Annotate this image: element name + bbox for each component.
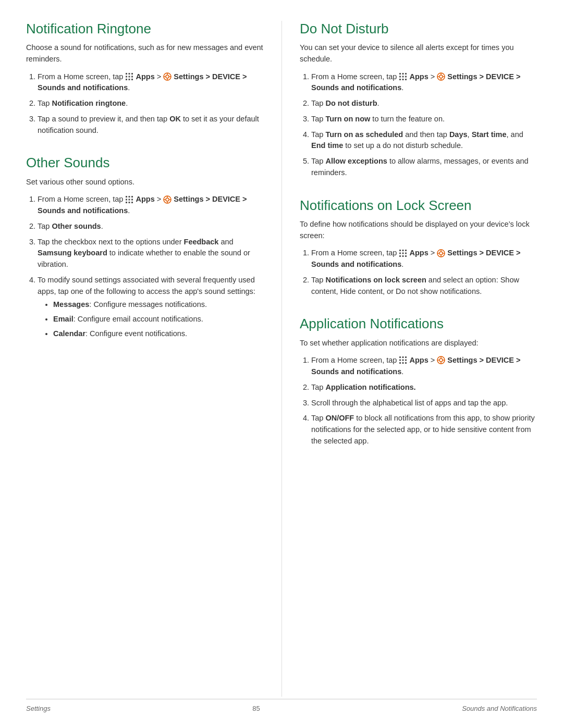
- svg-rect-18: [126, 199, 127, 200]
- settings-icon: [437, 72, 445, 81]
- svg-rect-47: [405, 250, 407, 251]
- notification-ringtone-intro: Choose a sound for notifications, such a…: [26, 42, 263, 65]
- apps-label: Apps: [136, 195, 154, 203]
- svg-point-70: [439, 359, 443, 362]
- do-not-disturb-intro: You can set your device to silence all a…: [300, 42, 537, 65]
- svg-rect-19: [129, 199, 130, 200]
- svg-rect-8: [131, 79, 133, 80]
- other-sounds-intro: Set various other sound options.: [26, 177, 263, 188]
- other-sounds-steps: From a Home screen, tap: [26, 194, 263, 339]
- application-notifications-intro: To set whether application notifications…: [300, 338, 537, 349]
- svg-rect-30: [399, 73, 401, 75]
- svg-rect-21: [126, 202, 127, 203]
- apps-label: Apps: [409, 356, 428, 364]
- step-bold: ON/OFF: [325, 414, 354, 422]
- svg-rect-62: [405, 356, 407, 358]
- svg-rect-63: [399, 360, 401, 361]
- step-bold: Turn on now: [325, 115, 370, 123]
- apps-icon: [399, 356, 407, 364]
- svg-rect-37: [402, 79, 404, 80]
- lock-screen-steps: From a Home screen, tap: [300, 248, 537, 297]
- other-sounds-title: Other Sounds: [26, 155, 263, 171]
- footer-right: Sounds and Notifications: [462, 705, 537, 712]
- svg-rect-49: [402, 252, 404, 254]
- svg-point-25: [166, 198, 169, 201]
- step-bold: Notifications on lock screen: [325, 276, 426, 284]
- settings-icon: [437, 249, 445, 257]
- do-not-disturb-steps: From a Home screen, tap: [300, 71, 537, 179]
- svg-rect-17: [131, 196, 133, 198]
- step-bold: Feedback: [184, 238, 219, 246]
- step-item: From a Home screen, tap: [311, 355, 537, 378]
- step-bold: Turn on as scheduled: [325, 130, 403, 139]
- step-item: Tap Notifications on lock screen and sel…: [311, 275, 537, 298]
- right-column: Do Not Disturb You can set your device t…: [295, 21, 537, 697]
- settings-icon: [163, 195, 172, 204]
- svg-rect-7: [129, 79, 130, 80]
- footer-page-number: 85: [252, 705, 260, 712]
- step-item: Tap Do not disturb.: [311, 98, 537, 109]
- svg-rect-1: [129, 73, 130, 75]
- step-bold: Days: [449, 130, 468, 139]
- apps-label: Apps: [409, 249, 428, 257]
- bullet-item: Email: Configure email account notificat…: [53, 314, 263, 325]
- svg-rect-22: [129, 202, 130, 203]
- other-sounds-section: Other Sounds Set various other sound opt…: [26, 155, 263, 339]
- svg-rect-5: [131, 76, 133, 77]
- footer-left: Settings: [26, 705, 51, 712]
- svg-rect-45: [399, 250, 401, 251]
- apps-icon: [125, 195, 133, 204]
- apps-label: Apps: [136, 72, 154, 81]
- step-item: Tap Notification ringtone.: [38, 98, 263, 109]
- svg-rect-64: [402, 360, 404, 361]
- application-notifications-title: Application Notifications: [300, 316, 537, 332]
- svg-point-40: [439, 75, 443, 78]
- svg-rect-33: [399, 76, 401, 77]
- apps-label: Apps: [409, 72, 428, 81]
- svg-rect-51: [399, 255, 401, 257]
- step-bold: Do not disturb: [325, 99, 377, 107]
- svg-rect-36: [399, 79, 401, 80]
- bullet-bold: Calendar: [53, 329, 85, 338]
- svg-rect-46: [402, 250, 404, 251]
- bullet-bold: Email: [53, 315, 74, 323]
- notification-ringtone-title: Notification Ringtone: [26, 21, 263, 37]
- lock-screen-notifications-title: Notifications on Lock Screen: [300, 198, 537, 214]
- svg-rect-15: [126, 196, 127, 198]
- application-notifications-section: Application Notifications To set whether…: [300, 316, 537, 447]
- svg-rect-6: [126, 79, 127, 80]
- svg-rect-3: [126, 76, 127, 77]
- step-bold: Samsung keyboard: [38, 249, 107, 257]
- step-item: Tap the checkbox next to the options und…: [38, 237, 263, 270]
- svg-rect-20: [131, 199, 133, 200]
- svg-rect-34: [402, 76, 404, 77]
- do-not-disturb-title: Do Not Disturb: [300, 21, 537, 37]
- step-bold: Allow exceptions: [325, 157, 387, 165]
- step-item: Tap Turn on now to turn the feature on.: [311, 114, 537, 125]
- step-item: From a Home screen, tap: [38, 71, 263, 94]
- bullet-bold: Messages: [53, 300, 89, 309]
- bullet-list: Messages: Configure messages notificatio…: [38, 299, 263, 339]
- svg-rect-35: [405, 76, 407, 77]
- step-bold: OK: [169, 115, 181, 123]
- svg-rect-53: [405, 255, 407, 257]
- settings-icon: [437, 356, 445, 364]
- notification-ringtone-section: Notification Ringtone Choose a sound for…: [26, 21, 263, 136]
- left-column: Notification Ringtone Choose a sound for…: [26, 21, 268, 697]
- step-item: From a Home screen, tap: [311, 71, 537, 94]
- svg-rect-31: [402, 73, 404, 75]
- lock-screen-notifications-section: Notifications on Lock Screen To define h…: [300, 198, 537, 298]
- step-item: Tap a sound to preview it, and then tap …: [38, 114, 263, 137]
- step-item: Tap Allow exceptions to allow alarms, me…: [311, 156, 537, 179]
- step-bold: End time: [311, 141, 343, 150]
- svg-rect-38: [405, 79, 407, 80]
- svg-rect-65: [405, 360, 407, 361]
- page: Notification Ringtone Choose a sound for…: [0, 0, 563, 728]
- svg-rect-0: [126, 73, 127, 75]
- svg-rect-2: [131, 73, 133, 75]
- svg-rect-67: [402, 362, 404, 364]
- apps-icon: [399, 249, 407, 257]
- do-not-disturb-section: Do Not Disturb You can set your device t…: [300, 21, 537, 179]
- notification-ringtone-steps: From a Home screen, tap: [26, 71, 263, 137]
- step-item: From a Home screen, tap: [38, 194, 263, 217]
